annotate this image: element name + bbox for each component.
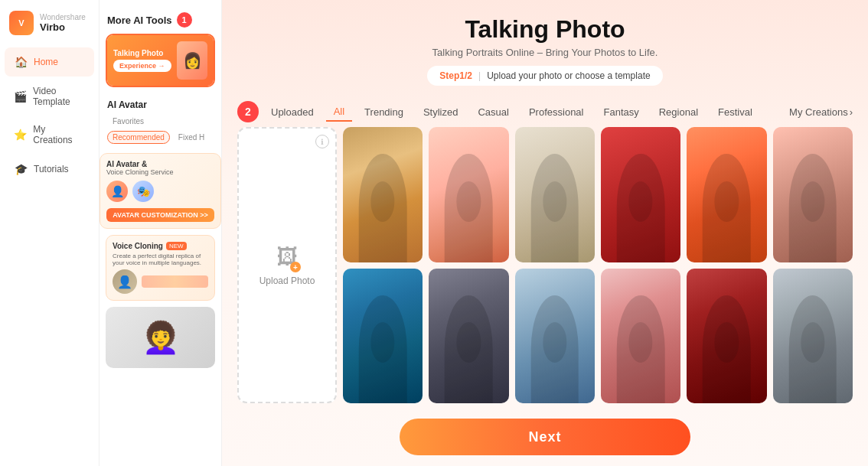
avatar-tab-recommended[interactable]: Recommended (107, 131, 170, 144)
experience-button[interactable]: Experience → (113, 60, 171, 72)
photo-item[interactable] (429, 269, 508, 404)
avatar-tabs: Favorites Recommended Fixed H (107, 115, 214, 144)
sidebar-item-video-template[interactable]: 🎬 Video Template (5, 78, 94, 115)
my-creations-label: My Creations (789, 106, 848, 118)
voice-cloning-avatar: 👤 (113, 269, 137, 294)
page-title: Talking Photo (237, 15, 853, 44)
tab-uploaded[interactable]: Uploaded (263, 103, 321, 121)
app-brand: Wondershare (40, 13, 86, 21)
tab-all[interactable]: All (326, 103, 352, 122)
avatar-promo-face: 👤 (106, 181, 128, 202)
chevron-right-icon: › (850, 106, 853, 118)
tab-casual[interactable]: Casual (470, 103, 516, 121)
tab-festival[interactable]: Festival (710, 103, 760, 121)
my-creations-icon: ⭐ (14, 128, 27, 142)
upload-icon: 🖼 + (276, 244, 298, 269)
tab-trending[interactable]: Trending (357, 103, 411, 121)
step-description: Upload your photo or choose a template (487, 70, 650, 81)
photo-item[interactable] (601, 269, 680, 404)
talking-photo-inner: Talking Photo Experience → 👩 (107, 35, 214, 86)
sidebar-label-home: Home (34, 57, 58, 67)
step-indicator: Step1/2 | Upload your photo or choose a … (427, 66, 662, 86)
step-number: Step1/2 (439, 70, 472, 81)
ai-avatar-title: AI Avatar (107, 99, 214, 110)
main-content: Talking Photo Talking Portraits Online –… (222, 0, 868, 466)
upload-photo-cell[interactable]: ℹ 🖼 + Upload Photo (237, 127, 337, 403)
tab-stylized[interactable]: Stylized (416, 103, 466, 121)
more-ai-tools-title: More AI Tools (107, 15, 172, 26)
tab-regional[interactable]: Regional (651, 103, 706, 121)
filter-tabs-bar: 2 Uploaded All Trending Stylized Casual … (222, 93, 868, 127)
photo-item[interactable] (687, 127, 766, 262)
photo-item[interactable] (515, 127, 595, 262)
photo-grid: ℹ 🖼 + Upload Photo (222, 127, 868, 411)
ai-avatar-section: AI Avatar Favorites Recommended Fixed H (100, 95, 221, 153)
step2-circle: 2 (237, 101, 259, 122)
voice-cloning-header: Voice Cloning NEW (113, 242, 208, 250)
step-separator: | (478, 70, 481, 81)
voice-cloning-preview: 👤 (113, 269, 208, 294)
avatar-promo-sub: Voice Cloning Service (106, 168, 214, 176)
voice-cloning-title: Voice Cloning (113, 242, 163, 250)
tutorials-icon: 🎓 (14, 162, 28, 176)
photo-item[interactable] (773, 127, 853, 262)
photo-item[interactable] (687, 269, 766, 404)
page-title-area: Talking Photo Talking Portraits Online –… (222, 0, 868, 93)
more-ai-tools-header: More AI Tools 1 (100, 8, 221, 34)
sidebar-item-tutorials[interactable]: 🎓 Tutorials (5, 155, 94, 184)
photo-item[interactable] (773, 269, 853, 404)
tab-professional[interactable]: Professional (521, 103, 592, 121)
tab-fantasy[interactable]: Fantasy (596, 103, 646, 121)
step2-badge-area: 2 (237, 101, 259, 122)
photo-item[interactable] (429, 127, 508, 262)
photo-item[interactable] (343, 127, 423, 262)
voice-cloning-badge: NEW (166, 242, 187, 250)
logo-area: V Wondershare Virbo (0, 0, 99, 46)
avatar-promo-icon2: 🎭 (132, 181, 154, 202)
talking-photo-card[interactable]: Talking Photo Experience → 👩 (106, 34, 215, 87)
avatar-tab-fixed[interactable]: Fixed H (173, 131, 210, 144)
page-subtitle: Talking Portraits Online – Bring Your Ph… (237, 47, 853, 58)
next-button[interactable]: Next (400, 419, 690, 455)
more-ai-tools-badge: 1 (177, 12, 192, 28)
voice-cloning-waveform (142, 273, 208, 290)
avatar-promo-title: AI Avatar & (106, 160, 214, 168)
voice-cloning-card: Voice Cloning NEW Create a perfect digit… (106, 235, 215, 301)
voice-cloning-sub: Create a perfect digital replica of your… (113, 253, 208, 266)
photo-item[interactable] (601, 127, 680, 262)
upload-plus-icon: + (290, 262, 301, 272)
avatar-customization-button[interactable]: AVATAR CUSTOMIZATION >> (106, 208, 214, 222)
upload-photo-label: Upload Photo (259, 275, 315, 286)
app-logo-icon: V (9, 11, 34, 35)
video-template-icon: 🎬 (14, 90, 27, 103)
middle-panel: More AI Tools 1 Talking Photo Experience… (100, 0, 222, 466)
sidebar-item-home[interactable]: 🏠 Home (5, 47, 94, 77)
photo-item[interactable] (515, 269, 595, 404)
app-name: Virbo (40, 21, 86, 33)
sidebar-item-my-creations[interactable]: ⭐ My Creations (5, 116, 94, 153)
talking-photo-thumb: 👩 (177, 41, 207, 80)
talking-photo-label: Talking Photo (113, 49, 171, 57)
sidebar-nav: 🏠 Home 🎬 Video Template ⭐ My Creations 🎓… (0, 46, 99, 185)
sidebar-label-tutorials: Tutorials (34, 164, 69, 174)
sidebar-label-my-creations: My Creations (33, 124, 85, 145)
info-icon: ℹ (315, 135, 329, 148)
sidebar: V Wondershare Virbo 🏠 Home 🎬 Video Templ… (0, 0, 100, 466)
person-preview-card: 👩‍🦱 (106, 307, 215, 368)
avatar-promo-card: AI Avatar & Voice Cloning Service 👤 🎭 AV… (100, 153, 221, 229)
photo-item[interactable] (343, 269, 423, 404)
avatar-tab-favorites[interactable]: Favorites (107, 115, 149, 128)
sidebar-label-video-template: Video Template (33, 86, 85, 107)
home-icon: 🏠 (14, 55, 28, 69)
my-creations-link[interactable]: My Creations › (789, 106, 853, 118)
next-button-area: Next (222, 411, 868, 466)
